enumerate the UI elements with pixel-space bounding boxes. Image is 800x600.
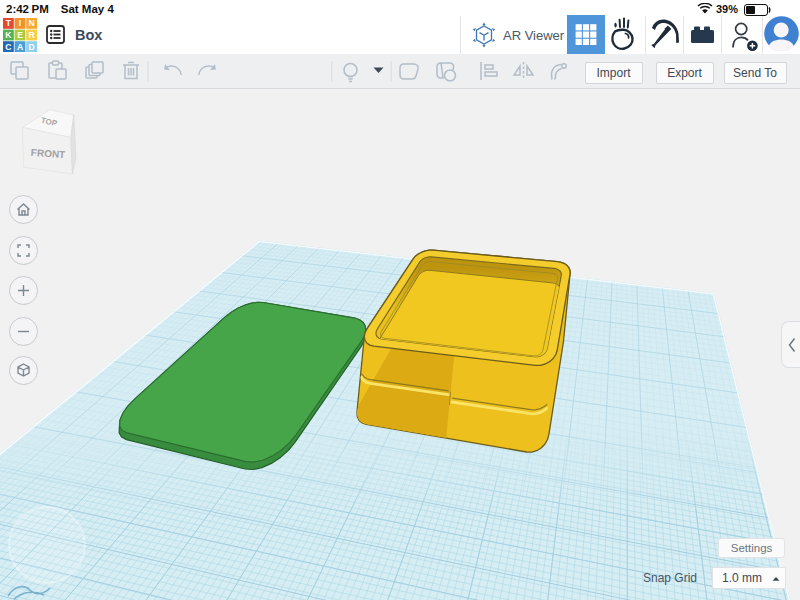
svg-text:R: R — [28, 30, 35, 40]
svg-text:A: A — [16, 41, 22, 51]
svg-text:T: T — [5, 18, 11, 28]
svg-text:C: C — [5, 41, 11, 51]
svg-text:K: K — [5, 30, 12, 40]
svg-text:N: N — [28, 18, 34, 28]
svg-text:I: I — [18, 18, 20, 28]
svg-text:D: D — [28, 41, 34, 51]
svg-text:E: E — [17, 30, 23, 40]
